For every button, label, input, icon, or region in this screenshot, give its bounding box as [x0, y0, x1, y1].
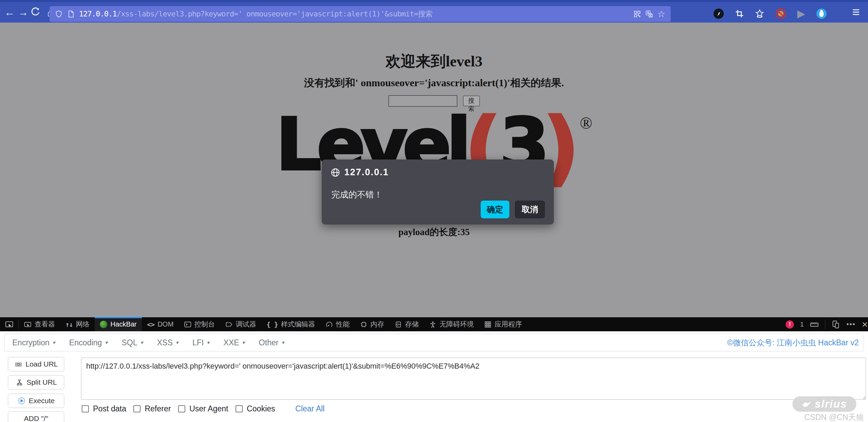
menu-hamburger-icon[interactable]: ≡	[852, 5, 860, 20]
translate-icon[interactable]	[645, 10, 653, 18]
menu-label: XXE	[224, 338, 239, 347]
tab-label: 样式编辑器	[281, 320, 315, 329]
clear-all-link[interactable]: Clear All	[295, 404, 325, 413]
split-url-button[interactable]: Split URL	[8, 375, 64, 389]
checkbox-user-agent[interactable]: User Agent	[178, 404, 228, 413]
extension-compass-icon[interactable]	[713, 8, 724, 19]
tab-label: HackBar	[110, 320, 137, 328]
tab-label: 性能	[336, 320, 350, 329]
menu-label: LFI	[192, 338, 204, 347]
extension-fox-blocked-icon[interactable]	[775, 8, 786, 19]
devtools-tab-hackbar[interactable]: HackBar	[95, 317, 142, 331]
chevron-down-icon: ▾	[207, 340, 210, 346]
devtools-tab-storage[interactable]: 存储	[389, 317, 424, 331]
checkbox-referer[interactable]: Referer	[133, 404, 171, 413]
refresh-icon	[30, 7, 40, 17]
menu-sql[interactable]: SQL▾	[122, 338, 143, 347]
dialog-message: 完成的不错！	[331, 189, 383, 200]
forward-button[interactable]: →	[16, 7, 30, 18]
add-slash-button[interactable]: ADD "/"	[8, 411, 64, 422]
checkbox-cookies[interactable]: Cookies	[236, 404, 275, 413]
checkbox-icon[interactable]	[236, 405, 243, 412]
checkbox-icon[interactable]	[178, 405, 185, 412]
devtools-tab-dom[interactable]: <> DOM	[142, 317, 179, 331]
page-info-icon[interactable]	[67, 10, 75, 18]
devtools-tab-application[interactable]: 应用程序	[479, 317, 527, 331]
watermark-logo-text: slrius	[815, 398, 847, 410]
watermark-logo: slrius	[792, 396, 856, 412]
menu-label: Other	[259, 338, 279, 347]
menu-xss[interactable]: XSS▾	[157, 338, 178, 347]
hackbar-icon	[100, 321, 107, 328]
tab-label: 查看器	[35, 320, 55, 329]
devtools-tab-inspector[interactable]: 查看器	[19, 317, 60, 331]
tab-label: 网络	[76, 320, 90, 329]
menu-label: XSS	[157, 338, 173, 347]
execute-button[interactable]: Execute	[8, 394, 64, 408]
menu-xxe[interactable]: XXE▾	[224, 338, 245, 347]
devtools-tab-network[interactable]: ↑↓ 网络	[60, 317, 95, 331]
dialog-cancel-button[interactable]: 取消	[515, 201, 545, 218]
qr-code-icon[interactable]	[633, 10, 641, 18]
devtools-tab-bar: 查看器 ↑↓ 网络 HackBar <> DOM 控制台 调试器 { } 样式编…	[0, 317, 868, 331]
button-label: Load URL	[26, 360, 58, 368]
responsive-mode-icon[interactable]	[831, 320, 840, 329]
checkbox-icon[interactable]	[82, 405, 89, 412]
inspector-icon	[24, 321, 31, 328]
debugger-icon	[225, 321, 233, 328]
refresh-button[interactable]	[30, 7, 44, 17]
menu-encoding[interactable]: Encoding▾	[69, 338, 107, 347]
ruler-icon[interactable]	[810, 320, 819, 329]
menu-encryption[interactable]: Encryption▾	[12, 338, 55, 347]
browser-toolbar: ← → ⌂ 127.0.0.1/xss-labs/level3.php?keyw…	[0, 0, 868, 23]
tab-label: 调试器	[236, 320, 256, 329]
devtools-tab-accessibility[interactable]: 无障碍环境	[424, 317, 479, 331]
checkbox-label: User Agent	[189, 404, 228, 413]
url-textarea[interactable]: http://127.0.0.1/xss-labs/level3.php?key…	[81, 358, 866, 400]
network-icon: ↑↓	[65, 320, 73, 329]
globe-icon	[331, 168, 340, 177]
chevron-down-icon: ▾	[242, 340, 245, 346]
shield-icon[interactable]	[55, 10, 63, 18]
url-bar[interactable]: 127.0.0.1/xss-labs/level3.php?keyword=' …	[50, 6, 671, 22]
devtools-tab-debugger[interactable]: 调试器	[220, 317, 262, 331]
extensions-area: ▶	[713, 5, 827, 22]
page-title: 欢迎来到level3	[0, 51, 868, 72]
execute-icon	[17, 397, 26, 405]
dialog-ok-button[interactable]: 确定	[481, 201, 509, 218]
menu-lfi[interactable]: LFI▾	[192, 338, 210, 347]
tab-label: 内存	[371, 320, 384, 329]
devtools-close-icon[interactable]: ×	[862, 319, 868, 330]
logo-registered-mark: ®	[580, 114, 592, 132]
extension-star-add-icon[interactable]	[755, 9, 764, 18]
dialog-host: 127.0.0.1	[344, 167, 389, 178]
storage-icon	[395, 321, 402, 328]
options-row: Post data Referer User Agent Cookies Cle…	[82, 402, 324, 415]
devtools-tab-style-editor[interactable]: { } 样式编辑器	[262, 317, 320, 331]
checkbox-post-data[interactable]: Post data	[82, 404, 126, 413]
hackbar-panel: Encryption▾ Encoding▾ SQL▾ XSS▾ LFI▾ XXE…	[0, 331, 868, 422]
url-text[interactable]: 127.0.0.1/xss-labs/level3.php?keyword=' …	[79, 9, 432, 19]
bookmark-star-icon[interactable]: ☆	[657, 9, 665, 20]
search-result-text: 没有找到和' onmouseover='javascript:alert(1)'…	[0, 76, 868, 90]
checkbox-icon[interactable]	[133, 405, 141, 412]
element-picker-icon[interactable]	[0, 317, 18, 331]
error-count-badge[interactable]: !	[786, 320, 794, 329]
button-label: Split URL	[27, 378, 57, 386]
page-content: 欢迎来到level3 没有找到和' onmouseover='javascrip…	[0, 23, 868, 317]
performance-icon	[325, 321, 333, 328]
load-url-icon	[14, 360, 23, 368]
menu-other[interactable]: Other▾	[259, 338, 284, 347]
scissors-icon	[15, 378, 24, 386]
extension-crop-icon[interactable]	[735, 9, 744, 18]
extension-play-icon[interactable]: ▶	[797, 9, 805, 19]
chevron-down-icon: ▾	[176, 340, 178, 346]
devtools-tab-memory[interactable]: 内存	[355, 317, 389, 331]
load-url-button[interactable]: Load URL	[8, 357, 64, 371]
back-button[interactable]: ←	[3, 7, 16, 18]
devtools-tab-performance[interactable]: 性能	[320, 317, 355, 331]
extension-penguin-icon[interactable]	[816, 8, 827, 19]
watermark-csdn: CSDN @CN天狼	[804, 412, 864, 422]
devtools-menu-icon[interactable]: •••	[846, 320, 856, 328]
devtools-tab-console[interactable]: 控制台	[179, 317, 220, 331]
